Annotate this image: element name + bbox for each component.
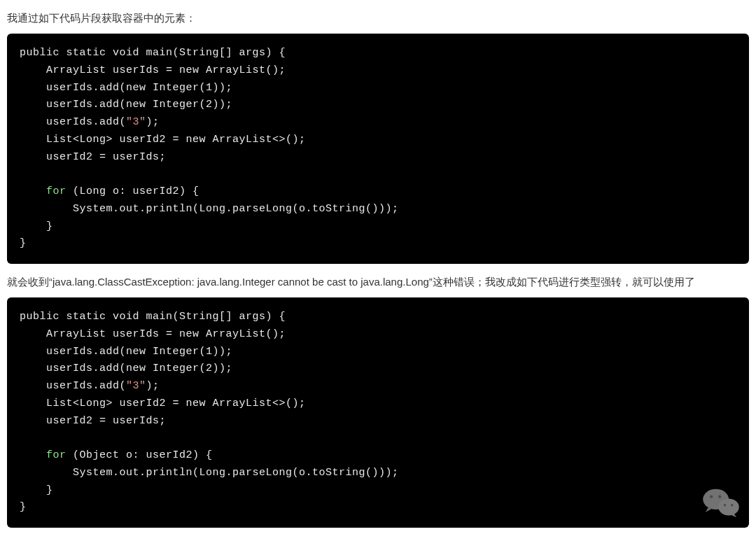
svg-point-4	[724, 504, 726, 506]
code-1-content: public static void main(String[] args) {…	[20, 45, 736, 253]
code-line: public static void main(String[] args) {	[20, 47, 286, 59]
string-literal: "3"	[126, 380, 146, 392]
code-line: public static void main(String[] args) {	[20, 311, 286, 323]
string-literal: "3"	[126, 116, 146, 128]
code-line: ArrayList userIds = new ArrayList();	[20, 328, 286, 340]
code-line: userId2 = userIds;	[20, 415, 166, 427]
code-line: (Long o: userId2) {	[66, 185, 200, 197]
svg-point-3	[718, 496, 721, 498]
code-line: List<Long> userId2 = new ArrayList<>();	[20, 134, 306, 146]
intro-paragraph: 我通过如下代码片段获取容器中的元素：	[7, 10, 749, 27]
svg-point-2	[710, 496, 713, 498]
svg-point-1	[718, 498, 738, 515]
for-keyword: for	[46, 185, 66, 197]
code-line: ArrayList userIds = new ArrayList();	[20, 64, 286, 76]
for-keyword: for	[46, 449, 66, 461]
code-block-1: public static void main(String[] args) {…	[7, 34, 749, 264]
code-line: userIds.add(	[20, 116, 126, 128]
code-line: userId2 = userIds;	[20, 151, 166, 163]
code-line: userIds.add(new Integer(1));	[20, 346, 232, 358]
code-line: userIds.add(new Integer(1));	[20, 82, 232, 94]
code-line	[20, 185, 46, 197]
code-line: );	[146, 380, 160, 392]
code-line: userIds.add(new Integer(2));	[20, 99, 232, 111]
code-line: List<Long> userId2 = new ArrayList<>();	[20, 398, 306, 409]
code-line: );	[146, 116, 160, 128]
code-line: (Object o: userId2) {	[66, 449, 213, 461]
code-line: }	[20, 220, 53, 232]
code-line	[20, 449, 46, 461]
error-paragraph: 就会收到“java.lang.ClassCastException: java.…	[7, 274, 749, 290]
code-line: }	[20, 484, 53, 496]
code-line: }	[20, 501, 27, 513]
code-line: System.out.println(Long.parseLong(o.toSt…	[20, 203, 399, 215]
code-block-2: public static void main(String[] args) {…	[7, 297, 749, 528]
code-line: System.out.println(Long.parseLong(o.toSt…	[20, 467, 399, 479]
wechat-icon	[701, 486, 741, 521]
code-line: userIds.add(	[20, 380, 126, 392]
code-line: }	[20, 237, 27, 249]
code-line: userIds.add(new Integer(2));	[20, 363, 232, 374]
code-2-content: public static void main(String[] args) {…	[20, 309, 736, 517]
svg-point-5	[731, 504, 733, 506]
